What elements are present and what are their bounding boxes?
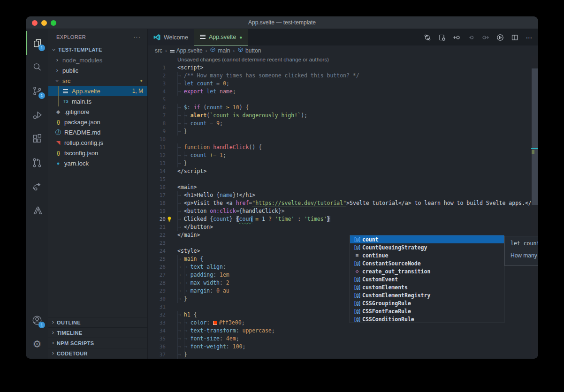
next-change-icon[interactable] <box>481 33 490 42</box>
compare-changes-icon[interactable] <box>423 33 432 42</box>
activity-run-debug-button[interactable] <box>26 103 48 127</box>
code-token: ; <box>272 327 275 334</box>
code-token: ; <box>226 80 229 87</box>
line-number: 25 <box>148 255 166 263</box>
code-line-10[interactable]: 10 <box>148 136 538 143</box>
open-changes-icon[interactable] <box>438 33 446 42</box>
chevron-down-icon: › <box>54 78 61 83</box>
tree-item-yarn-lock[interactable]: ●yarn.lock <box>48 158 147 168</box>
suggestion-customelements[interactable]: [@]customElements <box>350 283 504 291</box>
split-editor-icon[interactable] <box>511 33 519 42</box>
activity-extensions-button[interactable] <box>26 127 48 151</box>
suggestion-cssconditionrule[interactable]: [@]CSSConditionRule <box>350 315 504 323</box>
tab-app-svelte[interactable]: App.svelte ● <box>194 29 248 45</box>
code-line-19[interactable]: 19→<button on:click={handleClick}> <box>148 207 538 215</box>
tree-item-main-ts[interactable]: TSmain.ts <box>48 96 147 106</box>
code-line-18[interactable]: 18→<p>Visit the <a href="https://svelte.… <box>148 199 538 207</box>
code-line-1[interactable]: 1<script> <box>148 64 538 72</box>
code-line-9[interactable]: 9→} <box>148 128 538 136</box>
section-outline[interactable]: ›OUTLINE <box>48 317 147 327</box>
window-title: App.svelte — test-template <box>248 19 316 26</box>
suggestion-customelementregistry[interactable]: [@]CustomElementRegistry <box>350 291 504 299</box>
dirty-indicator-icon[interactable]: ● <box>239 35 242 40</box>
suggestion-count[interactable]: [@]count <box>350 235 504 243</box>
code-line-36[interactable]: 36→→font-weight: 100; <box>148 343 538 351</box>
tree-item-public[interactable]: ›public <box>48 65 147 75</box>
suggestion-label: ConstantSourceNode <box>362 260 421 267</box>
project-root-label: TEST-TEMPLATE <box>58 47 102 53</box>
suggestion-countqueuingstrategy[interactable]: [@]CountQueuingStrategy <box>350 243 504 251</box>
scrollbar-slider[interactable] <box>532 68 538 205</box>
zoom-window-button[interactable] <box>51 20 56 26</box>
project-root-row[interactable]: › TEST-TEMPLATE <box>48 45 147 55</box>
breadcrumb-file[interactable]: App.svelte <box>170 47 203 54</box>
suggestion-cssgroupingrule[interactable]: [@]CSSGroupingRule <box>350 299 504 307</box>
code-line-4[interactable]: 4→export let name; <box>148 88 538 96</box>
code-line-17[interactable]: 17→<h1>Hello {name}!</h1> <box>148 191 538 199</box>
code-line-12[interactable]: 12→→count += 1; <box>148 151 538 159</box>
code-line-34[interactable]: 34→→text-transform: uppercase; <box>148 327 538 335</box>
breadcrumb-src[interactable]: src <box>155 47 162 54</box>
tree-item-node-modules[interactable]: ›node_modules <box>48 55 147 65</box>
code-line-15[interactable]: 15 <box>148 175 538 183</box>
activity-live-share-button[interactable] <box>26 174 48 198</box>
tree-item-readme-md[interactable]: iREADME.md <box>48 127 147 137</box>
change-marker-icon[interactable] <box>467 33 475 42</box>
suggestion-create_out_transition[interactable]: ◇create_out_transition <box>350 267 504 275</box>
previous-change-icon[interactable] <box>452 33 461 42</box>
code-line-35[interactable]: 35→→font-size: 4em; <box>148 335 538 343</box>
section-timeline[interactable]: ›TIMELINE <box>48 327 147 338</box>
activity-explorer-button[interactable]: 1 <box>26 31 48 55</box>
code-line-6[interactable]: 6→$: if (count ≥ 10) { <box>148 104 538 112</box>
code-line-7[interactable]: 7→→alert(`count is dangerously high!`); <box>148 112 538 120</box>
tree-item-rollup-config-js[interactable]: ◥rollup.config.js <box>48 137 147 148</box>
minimize-window-button[interactable] <box>41 20 47 26</box>
tree-item-tsconfig-json[interactable]: {}tsconfig.json <box>48 148 147 158</box>
suggestion-constantsourcenode[interactable]: [@]ConstantSourceNode <box>350 259 504 267</box>
tree-item--gitignore[interactable]: ◆.gitignore <box>48 106 147 117</box>
file-label: main.ts <box>72 98 147 105</box>
code-line-2[interactable]: 2→/** How many times has someone clicked… <box>148 72 538 80</box>
activity-github-pr-button[interactable] <box>26 151 48 174</box>
activity-search-button[interactable] <box>26 55 48 79</box>
section-label: CODETOUR <box>57 351 88 356</box>
code-line-5[interactable]: 5 <box>148 96 538 104</box>
code-line-14[interactable]: 14</script> <box>148 167 538 175</box>
suggestion-cssfontfacerule[interactable]: [@]CSSFontFaceRule <box>350 307 504 315</box>
code-token: $ <box>184 104 187 111</box>
tree-item-app-svelte[interactable]: App.svelte1, M <box>48 86 147 96</box>
code-token: 'times' <box>304 216 327 222</box>
code-line-20[interactable]: 20→Clicked {count} {coun ≡ 1 ? 'time' : … <box>148 215 538 223</box>
chevron-right-icon: › <box>50 339 56 346</box>
line-number: 10 <box>148 136 166 143</box>
section-npm-scripts[interactable]: ›NPM SCRIPTS <box>48 338 147 348</box>
breadcrumb-button[interactable]: button <box>237 47 261 54</box>
tree-item-src[interactable]: ›src● <box>48 75 147 86</box>
code-line-16[interactable]: 16<main> <box>148 183 538 191</box>
code-line-8[interactable]: 8→→count = 9; <box>148 120 538 128</box>
line-number: 28 <box>148 279 166 287</box>
tab-welcome[interactable]: Welcome <box>148 29 194 45</box>
tree-item-package-json[interactable]: {}package.json <box>48 117 147 127</box>
more-actions-icon[interactable]: ⋯ <box>525 33 534 42</box>
code-token: </a> <box>398 200 412 206</box>
activity-accounts-button[interactable]: 1 <box>26 308 48 332</box>
activity-settings-button[interactable]: ⚙ <box>26 332 48 356</box>
activity-azure-button[interactable] <box>26 198 48 222</box>
breadcrumb-main[interactable]: main <box>210 47 230 54</box>
code-line-21[interactable]: 21→</button> <box>148 223 538 231</box>
code-line-37[interactable]: 37→} <box>148 351 538 359</box>
explorer-more-actions-button[interactable]: ··· <box>133 33 141 40</box>
run-code-icon[interactable] <box>496 33 504 42</box>
color-swatch[interactable] <box>213 321 217 325</box>
suggestion-continue[interactable]: ≡continue <box>350 251 504 259</box>
activity-source-control-button[interactable]: 1 <box>26 79 48 103</box>
close-window-button[interactable] <box>32 20 38 26</box>
editor-scrollbar[interactable] <box>531 56 538 359</box>
section-codetour[interactable]: ›CODETOUR <box>48 348 147 358</box>
suggestion-customevent[interactable]: [@]CustomEvent <box>350 275 504 283</box>
code-line-13[interactable]: 13→} <box>148 159 538 167</box>
code-line-3[interactable]: 3→let count = 0; <box>148 80 538 88</box>
code-line-11[interactable]: 11→function handleClick() { <box>148 143 538 151</box>
code-token: () { <box>249 144 262 151</box>
